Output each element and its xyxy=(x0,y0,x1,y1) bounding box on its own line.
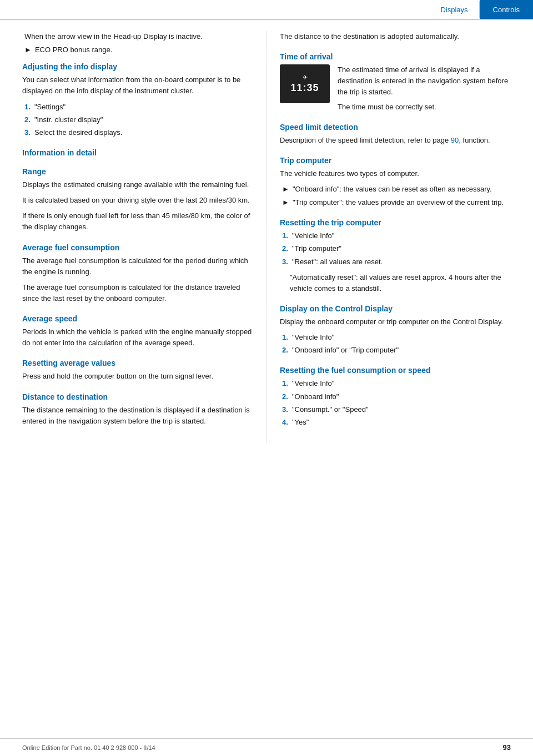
list-item: ► "Trip computer": the values provide an… xyxy=(280,197,511,208)
bullet-arrow-icon: ► xyxy=(24,44,32,56)
list-item: 3. "Reset": all values are reset. xyxy=(282,256,511,268)
arrival-text-1: The estimated time of arrival is display… xyxy=(338,64,511,98)
number-2: 2. xyxy=(282,391,292,402)
intro-bullet-2: ECO PRO bonus range. xyxy=(35,44,112,56)
range-para-1: Displays the estimated cruising range av… xyxy=(22,179,253,190)
speed-limit-page-link[interactable]: 90 xyxy=(451,136,459,144)
avg-fuel-para-1: The average fuel consumption is calculat… xyxy=(22,255,253,278)
section-heading-adjusting: Adjusting the info display xyxy=(22,62,253,71)
section-heading-trip-computer: Trip computer xyxy=(280,156,511,165)
avg-speed-para-1: Periods in which the vehicle is parked w… xyxy=(22,326,253,349)
number-1: 1. xyxy=(282,332,292,343)
arrival-time: 11:35 xyxy=(290,82,319,94)
number-3: 3. xyxy=(282,404,292,415)
right-intro-para: The distance to the destination is adopt… xyxy=(280,31,511,42)
resetting-trip-step-2: "Trip computer" xyxy=(292,243,341,254)
control-display-para: Display the onboard computer or trip com… xyxy=(280,316,511,327)
adjusting-step-2: "Instr. cluster display" xyxy=(34,114,103,125)
resetting-trip-step-3: "Reset": all values are reset. xyxy=(292,256,383,268)
number-1: 1. xyxy=(282,378,292,389)
list-item: 1. "Vehicle Info" xyxy=(282,378,511,389)
number-3: 3. xyxy=(24,127,34,138)
avg-fuel-para-2: The average fuel consumption is calculat… xyxy=(22,282,253,304)
number-3: 3. xyxy=(282,256,292,268)
list-item: 1. "Settings" xyxy=(24,102,253,113)
number-4: 4. xyxy=(282,417,292,428)
section-heading-resetting-avg: Resetting average values xyxy=(22,359,253,367)
arrival-text-2: The time must be correctly set. xyxy=(338,102,511,113)
list-item: 1. "Vehicle Info" xyxy=(282,230,511,241)
list-item: 2. "Instr. cluster display" xyxy=(24,114,253,125)
section-heading-distance: Distance to destination xyxy=(22,392,253,401)
section-heading-info-detail: Information in detail xyxy=(22,148,253,157)
left-column: When the arrow view in the Head-up Displ… xyxy=(0,31,266,443)
section-heading-control-display: Display on the Control Display xyxy=(280,304,511,313)
arrival-clock-icon: ✈ xyxy=(303,74,308,81)
section-heading-range: Range xyxy=(22,167,253,176)
list-item: 3. Select the desired displays. xyxy=(24,127,253,138)
list-item: ► "Onboard info": the values can be rese… xyxy=(280,184,511,195)
footer-text: Online Edition for Part no. 01 40 2 928 … xyxy=(22,744,155,751)
list-item: 2. "Onboard info" or "Trip computer" xyxy=(282,345,511,356)
section-heading-time-arrival: Time of arrival xyxy=(280,52,511,61)
control-display-step-1: "Vehicle Info" xyxy=(292,332,334,343)
number-1: 1. xyxy=(282,230,292,241)
bullet-arrow-icon: ► xyxy=(282,197,289,208)
list-item: 3. "Consumpt." or "Speed" xyxy=(282,404,511,415)
trip-bullet-2: "Trip computer": the values provide an o… xyxy=(293,197,504,208)
resetting-trip-numbered-list: 1. "Vehicle Info" 2. "Trip computer" 3. … xyxy=(282,230,511,267)
list-item: 2. "Trip computer" xyxy=(282,243,511,254)
resetting-trip-extra: "Automatically reset": all values are re… xyxy=(280,272,511,294)
distance-para-1: The distance remaining to the destinatio… xyxy=(22,405,253,427)
arrival-image: ✈ 11:35 xyxy=(280,64,330,103)
page-number: 93 xyxy=(503,743,511,752)
number-1: 1. xyxy=(24,102,34,113)
section-heading-resetting-fuel: Resetting the fuel consumption or speed xyxy=(280,366,511,375)
section-heading-avg-fuel: Average fuel consumption xyxy=(22,243,253,252)
resetting-fuel-step-3: "Consumpt." or "Speed" xyxy=(292,404,369,415)
list-item: 2. "Onboard info" xyxy=(282,391,511,402)
section-heading-avg-speed: Average speed xyxy=(22,314,253,323)
arrival-description: The estimated time of arrival is display… xyxy=(338,64,511,113)
bullet-arrow-icon: ► xyxy=(282,184,289,195)
list-item: 1. "Vehicle Info" xyxy=(282,332,511,343)
arrival-block: ✈ 11:35 The estimated time of arrival is… xyxy=(280,64,511,113)
resetting-trip-step-1: "Vehicle Info" xyxy=(292,230,334,241)
number-2: 2. xyxy=(282,243,292,254)
intro-bullet-1: When the arrow view in the Head-up Displ… xyxy=(24,31,203,42)
section-heading-speed-limit: Speed limit detection xyxy=(280,123,511,132)
resetting-fuel-step-4: "Yes" xyxy=(292,417,309,428)
right-column: The distance to the destination is adopt… xyxy=(266,31,533,443)
list-item: 4. "Yes" xyxy=(282,417,511,428)
trip-computer-para: The vehicle features two types of comput… xyxy=(280,168,511,179)
resetting-fuel-step-1: "Vehicle Info" xyxy=(292,378,334,389)
number-2: 2. xyxy=(24,114,34,125)
control-display-step-2: "Onboard info" or "Trip computer" xyxy=(292,345,399,356)
adjusting-step-1: "Settings" xyxy=(34,102,66,113)
page-header: Displays Controls xyxy=(0,0,533,20)
trip-bullet-1: "Onboard info": the values can be reset … xyxy=(293,184,492,195)
list-item: When the arrow view in the Head-up Displ… xyxy=(22,31,253,42)
speed-limit-para: Description of the speed limit detection… xyxy=(280,135,511,146)
main-content: When the arrow view in the Head-up Displ… xyxy=(0,20,533,443)
list-item: ► ECO PRO bonus range. xyxy=(22,44,253,56)
section-heading-resetting-trip: Resetting the trip computer xyxy=(280,218,511,227)
range-para-3: If there is only enough fuel left for le… xyxy=(22,210,253,233)
resetting-avg-para-1: Press and hold the computer button on th… xyxy=(22,371,253,382)
resetting-fuel-step-2: "Onboard info" xyxy=(292,391,339,402)
tab-displays[interactable]: Displays xyxy=(429,1,479,18)
adjusting-numbered-list: 1. "Settings" 2. "Instr. cluster display… xyxy=(24,102,253,138)
range-para-2: It is calculated based on your driving s… xyxy=(22,195,253,206)
tab-controls[interactable]: Controls xyxy=(480,0,533,19)
number-2: 2. xyxy=(282,345,292,356)
intro-bullets: When the arrow view in the Head-up Displ… xyxy=(22,31,253,56)
resetting-fuel-numbered-list: 1. "Vehicle Info" 2. "Onboard info" 3. "… xyxy=(282,378,511,428)
control-display-numbered-list: 1. "Vehicle Info" 2. "Onboard info" or "… xyxy=(282,332,511,356)
adjusting-para-1: You can select what information from the… xyxy=(22,74,253,97)
adjusting-step-3: Select the desired displays. xyxy=(34,127,122,138)
page-footer: Online Edition for Part no. 01 40 2 928 … xyxy=(0,738,533,756)
